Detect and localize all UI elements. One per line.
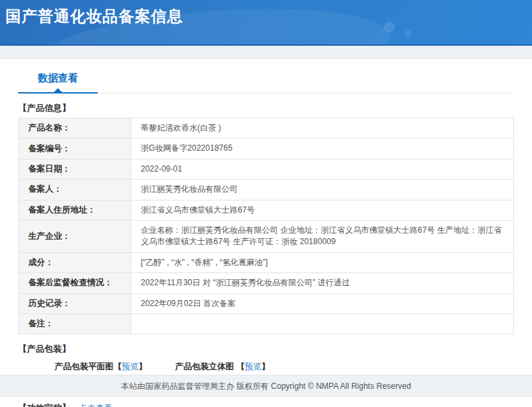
bracket-open: 【 <box>114 362 123 371</box>
table-row: 生产企业： 企业名称：浙江丽芙秀化妆品有限公司 企业地址：浙江省义乌市佛堂镇大士… <box>19 220 514 252</box>
table-row: 备案后监督检查情况： 2022年11月30日 对 “浙江丽芙秀化妆品有限公司” … <box>19 273 514 293</box>
table-row: 备案人住所地址： 浙江省义乌市佛堂镇大士路67号 <box>19 200 514 220</box>
product-info-table: 产品名称： 蒂黎妃清欢香水(白茶 ) 备案编号： 浙G妆网备字202201876… <box>18 118 514 334</box>
page-title: 国产普通化妆品备案信息 <box>5 6 532 27</box>
row-label: 备案编号： <box>19 139 131 159</box>
page-footer: 本站由国家药品监督管理局主办 版权所有 Copyright © NMPA All… <box>0 375 532 397</box>
table-row: 备案日期： 2022-09-01 <box>19 159 514 179</box>
row-label: 备注： <box>19 313 131 334</box>
header-subband <box>0 46 532 59</box>
packaging-section-title: 【产品包装】 <box>18 343 514 355</box>
page-header: 国产普通化妆品备案信息 <box>0 0 532 46</box>
efficacy-view-link[interactable]: 点击查看 <box>79 404 112 407</box>
bracket-close: 】 <box>261 362 270 371</box>
packaging-flat-preview-link[interactable]: 预览 <box>122 362 139 371</box>
table-row: 备案编号： 浙G妆网备字2022018765 <box>19 139 514 159</box>
row-value: 2022-09-01 <box>131 159 514 179</box>
row-value: 浙江省义乌市佛堂镇大士路67号 <box>131 200 514 220</box>
efficacy-section-title: 【功效宣称】 <box>18 403 71 407</box>
efficacy-section: 【功效宣称】 点击查看 <box>18 402 514 407</box>
table-row: 历史记录： 2022年09月02日 首次备案 <box>19 293 514 313</box>
row-label: 备案日期： <box>19 159 131 179</box>
tab-bar: 数据查看 <box>18 69 514 94</box>
packaging-3d-label: 产品包装立体图 <box>175 362 236 371</box>
product-info-section-title: 【产品信息】 <box>18 102 514 114</box>
row-label: 生产企业： <box>19 220 131 252</box>
main-content: 数据查看 【产品信息】 产品名称： 蒂黎妃清欢香水(白茶 ) 备案编号： 浙G妆… <box>0 69 532 407</box>
tab-active-arrow-icon <box>54 88 62 92</box>
packaging-3d-preview-link[interactable]: 预览 <box>244 362 261 371</box>
tab-data-view-label: 数据查看 <box>38 72 78 83</box>
row-value: 浙江丽芙秀化妆品有限公司 <box>131 180 514 200</box>
tab-data-view[interactable]: 数据查看 <box>18 69 98 93</box>
row-value: 浙G妆网备字2022018765 <box>131 139 514 159</box>
row-label: 成分： <box>19 252 131 272</box>
row-value: [“乙醇” , “水” , “香精” , “氢化蓖麻油”] <box>131 252 514 272</box>
tab-active-underline <box>18 92 98 94</box>
packaging-3d-item: 产品包装立体图 【预览】 <box>175 361 270 373</box>
table-row: 备注： <box>19 313 514 334</box>
copyright-text: 本站由国家药品监督管理局主办 版权所有 Copyright © NMPA All… <box>121 381 411 391</box>
row-value: 2022年11月30日 对 “浙江丽芙秀化妆品有限公司” 进行通过 <box>131 273 514 293</box>
page: 国产普通化妆品备案信息 数据查看 【产品信息】 产品名称： 蒂黎妃清欢香水(白茶… <box>0 0 532 407</box>
row-value: 蒂黎妃清欢香水(白茶 ) <box>131 118 514 139</box>
row-value <box>131 313 514 334</box>
row-label: 备案后监督检查情况： <box>19 273 131 293</box>
row-value: 企业名称：浙江丽芙秀化妆品有限公司 企业地址：浙江省义乌市佛堂镇大士路67号 生… <box>131 220 514 252</box>
row-label: 备案人： <box>19 180 131 200</box>
row-value: 2022年09月02日 首次备案 <box>131 293 514 313</box>
packaging-flat-label: 产品包装平面图 <box>55 362 114 371</box>
row-label: 历史记录： <box>19 293 131 313</box>
packaging-flat-item: 产品包装平面图【预览】 <box>55 361 147 373</box>
table-row: 备案人： 浙江丽芙秀化妆品有限公司 <box>19 180 514 200</box>
bracket-close: 】 <box>139 362 147 371</box>
row-label: 产品名称： <box>19 118 131 139</box>
packaging-line: 产品包装平面图【预览】 产品包装立体图 【预览】 <box>55 361 514 373</box>
table-row: 产品名称： 蒂黎妃清欢香水(白茶 ) <box>19 118 514 139</box>
bracket-open: 【 <box>236 362 245 371</box>
table-row: 成分： [“乙醇” , “水” , “香精” , “氢化蓖麻油”] <box>19 252 514 272</box>
row-label: 备案人住所地址： <box>19 200 131 220</box>
